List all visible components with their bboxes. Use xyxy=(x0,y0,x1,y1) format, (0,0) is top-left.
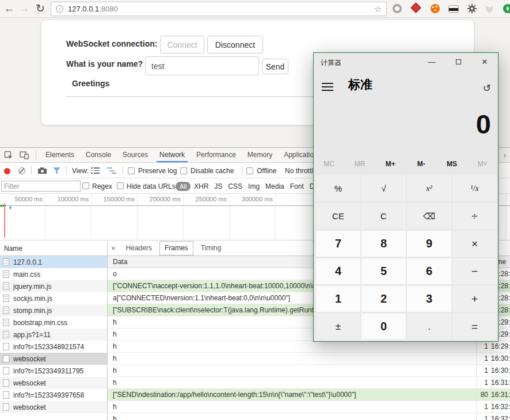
reload-icon[interactable]: ↻ xyxy=(33,0,47,17)
calculator-key[interactable]: = xyxy=(452,314,497,339)
request-row[interactable]: bootstrap.min.css xyxy=(0,316,107,329)
extension-icon-gear[interactable] xyxy=(467,4,477,13)
filter-type[interactable]: JS xyxy=(214,182,222,190)
send-button[interactable]: Send xyxy=(262,59,288,74)
calculator-key[interactable]: 8 xyxy=(361,231,406,257)
request-row[interactable]: websocket xyxy=(0,377,107,389)
disable-cache-checkbox[interactable] xyxy=(180,167,187,174)
extension-icon-diamond[interactable] xyxy=(412,3,420,12)
frame-row[interactable]: h 1 16:32: xyxy=(108,401,510,413)
clear-network-log-icon[interactable] xyxy=(18,167,25,174)
extension-icon-green[interactable] xyxy=(503,4,510,13)
connect-button[interactable]: Connect xyxy=(160,36,204,54)
request-row[interactable]: app.js?1=11 xyxy=(0,329,107,341)
inspect-element-icon[interactable] xyxy=(4,151,13,160)
close-details-icon[interactable]: × xyxy=(111,244,116,253)
memory-button[interactable]: M˅ xyxy=(467,160,498,171)
capture-screenshots-icon[interactable] xyxy=(38,169,47,174)
calculator-key[interactable]: 1 xyxy=(316,286,360,312)
calculator-key[interactable]: 0 xyxy=(361,314,406,339)
request-row[interactable]: jquery.min.js xyxy=(0,280,107,292)
calculator-key[interactable]: . xyxy=(407,314,451,339)
memory-button[interactable]: M- xyxy=(406,160,436,171)
name-input[interactable] xyxy=(145,56,259,75)
maximize-button[interactable] xyxy=(445,53,471,72)
calculator-key[interactable]: √ xyxy=(361,175,406,201)
extension-icon-shield[interactable] xyxy=(485,5,493,13)
filter-type-all[interactable]: All xyxy=(176,182,191,191)
calculator-key[interactable]: 3 xyxy=(407,286,451,312)
filter-funnel-icon[interactable] xyxy=(53,167,60,174)
calculator-key[interactable]: × xyxy=(452,231,497,257)
memory-button[interactable]: MR xyxy=(344,160,375,171)
frame-row[interactable]: h 1 16:31: xyxy=(108,377,510,389)
calculator-key[interactable]: 5 xyxy=(361,258,406,284)
more-tabs-chevron-icon[interactable]: › xyxy=(504,151,510,159)
calculator-key[interactable]: + xyxy=(452,286,497,312)
info-icon[interactable]: i xyxy=(56,5,63,13)
preserve-log-checkbox[interactable] xyxy=(128,167,135,174)
minimize-button[interactable]: — xyxy=(418,53,445,72)
calculator-key[interactable]: ¹/x xyxy=(452,175,497,201)
devtools-tab[interactable]: Network xyxy=(154,148,191,162)
calculator-key[interactable]: ÷ xyxy=(452,203,497,229)
frame-row[interactable]: ["SEND\ndestination:/app/hello\ncontent-… xyxy=(108,389,510,401)
extension-icon-circle[interactable] xyxy=(393,4,402,13)
details-tab[interactable]: Frames xyxy=(159,241,193,255)
details-tab[interactable]: Headers xyxy=(121,241,157,255)
extension-icon-mask[interactable] xyxy=(448,5,459,13)
disconnect-button[interactable]: Disconnect xyxy=(207,36,263,54)
request-row[interactable]: websocket xyxy=(0,353,107,365)
extension-icon-orange[interactable] xyxy=(431,4,440,13)
history-icon[interactable]: ↺ xyxy=(483,82,491,94)
hide-data-urls-checkbox[interactable] xyxy=(117,182,124,189)
device-toolbar-icon[interactable] xyxy=(20,151,29,159)
memory-button[interactable]: MC xyxy=(314,160,344,171)
regex-checkbox[interactable] xyxy=(82,182,89,189)
filter-type[interactable]: Img xyxy=(248,182,260,190)
request-row[interactable]: stomp.min.js xyxy=(0,304,107,316)
frame-row[interactable]: h 1 16:30: xyxy=(108,353,510,365)
name-column-header[interactable]: Name xyxy=(0,241,107,256)
devtools-tab[interactable]: Performance xyxy=(191,148,242,162)
back-icon[interactable]: ← xyxy=(2,0,16,17)
calculator-titlebar[interactable]: 计算器 — ✕ xyxy=(314,53,498,72)
filter-type[interactable]: Media xyxy=(265,182,284,190)
request-row[interactable]: websocket xyxy=(0,401,107,413)
close-button[interactable]: ✕ xyxy=(471,53,498,72)
calculator-key[interactable]: ⌫ xyxy=(407,203,451,229)
calculator-key[interactable]: x² xyxy=(407,175,451,201)
devtools-tab[interactable]: Elements xyxy=(40,148,80,162)
calculator-key[interactable]: % xyxy=(316,175,360,201)
details-tab[interactable]: Timing xyxy=(196,241,227,255)
request-row[interactable]: info?t=1523349311795 xyxy=(0,365,107,377)
calculator-key[interactable]: C xyxy=(361,203,406,229)
calculator-key[interactable]: 4 xyxy=(316,258,360,284)
calculator-key[interactable]: CE xyxy=(316,203,360,229)
filter-type[interactable]: Font xyxy=(290,182,304,190)
filter-type[interactable]: XHR xyxy=(194,182,208,190)
memory-button[interactable]: M+ xyxy=(375,160,406,171)
frame-row[interactable]: h 1 16:29: xyxy=(108,341,510,353)
request-row[interactable]: info?t=1523348921574 xyxy=(0,341,107,353)
calculator-key[interactable]: 2 xyxy=(361,286,406,312)
bookmark-star-icon[interactable]: ☆ xyxy=(374,4,382,14)
request-row[interactable]: 127.0.0.1 xyxy=(0,256,107,268)
waterfall-view-icon[interactable] xyxy=(107,167,116,174)
calculator-key[interactable]: 7 xyxy=(316,231,360,257)
memory-button[interactable]: MS xyxy=(436,160,467,171)
calculator-key[interactable]: ± xyxy=(316,314,360,339)
url-bar[interactable]: i 127.0.0.1 :8080 ☆ xyxy=(51,2,387,16)
calculator-key[interactable]: 9 xyxy=(407,231,451,257)
devtools-tab[interactable]: Console xyxy=(80,148,117,162)
forward-icon[interactable]: → xyxy=(17,0,31,17)
offline-checkbox[interactable] xyxy=(246,167,253,174)
calculator-key[interactable]: − xyxy=(452,258,497,284)
devtools-tab[interactable]: Memory xyxy=(242,148,278,162)
record-network-log-icon[interactable] xyxy=(4,168,10,174)
filter-type[interactable]: CSS xyxy=(228,182,242,190)
calculator-key[interactable]: 6 xyxy=(407,258,451,284)
list-view-icon[interactable] xyxy=(91,167,100,174)
menu-hamburger-icon[interactable] xyxy=(322,83,333,91)
filter-input[interactable] xyxy=(1,181,81,192)
